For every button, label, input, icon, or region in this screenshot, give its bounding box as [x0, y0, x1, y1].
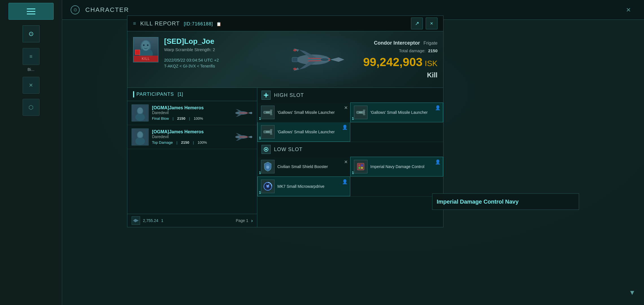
- sidebar-item-bio[interactable]: ≡: [23, 48, 40, 65]
- svg-point-18: [138, 132, 143, 138]
- kill-badge-label: Kill: [142, 57, 150, 61]
- participant-avatar-2: [132, 128, 149, 145]
- participant-ship-svg-1: [231, 106, 252, 120]
- high-slot-title: High Slot: [274, 92, 304, 98]
- hamburger-icon: [27, 8, 35, 14]
- svg-rect-29: [363, 110, 365, 111]
- low-slot-header: Low Slot: [257, 142, 443, 157]
- sidebar-label-bio: Bi...: [27, 67, 34, 72]
- high-slot-items: 1 'Gall: [257, 103, 443, 142]
- missile-launcher-svg-1: [262, 107, 273, 118]
- kill-report-header: ≡ KILL REPORT [ID:7166188] 📋 ↗ ×: [127, 16, 443, 31]
- slot-item-high-3: 1 'Gall: [257, 122, 350, 142]
- participants-header: Participants [1]: [127, 88, 257, 101]
- slot-item-icon-high-3: [261, 125, 275, 139]
- svg-point-27: [264, 112, 266, 113]
- sidebar-menu-button[interactable]: [8, 3, 54, 20]
- slot-item-name-low-2: Imperial Navy Damage Control: [370, 164, 440, 169]
- filter-icon[interactable]: ▼: [629, 289, 636, 297]
- sidebar: ⊙ ≡ Bi... ✕ ⬡: [0, 0, 62, 305]
- kill-report-menu-icon[interactable]: ≡: [133, 21, 136, 27]
- sidebar-icon-medals: ⬡: [29, 104, 33, 111]
- kill-warp-info: Warp Scramble Strength: 2: [164, 47, 219, 52]
- slot-item-name-high-3: 'Gallows' Small Missile Launcher: [277, 129, 347, 134]
- slot-num-low-2: 1: [352, 171, 354, 175]
- svg-point-17: [135, 138, 145, 145]
- kill-location: T-AKQZ < GI-3VX < Tenerifis: [164, 64, 219, 68]
- main-window: ⊙ CHARACTER × ≡ KILL REPORT [ID:7166188]…: [62, 0, 644, 305]
- slot-item-person-high-3[interactable]: 👤: [342, 125, 348, 130]
- high-slot-header: High Slot: [257, 88, 443, 103]
- participant-ship-2: [230, 129, 253, 145]
- kill-report-id-icon: 📋: [216, 22, 221, 26]
- participant-pct-1: 100%: [194, 116, 203, 121]
- missile-launcher-svg-3: [262, 126, 273, 138]
- high-slot-icon: [262, 91, 271, 100]
- main-window-close-button[interactable]: ×: [621, 3, 636, 17]
- participants-count: [1]: [178, 91, 183, 97]
- slot-item-person-high-2[interactable]: 👤: [435, 105, 441, 110]
- kill-badge-red: [135, 50, 140, 55]
- kill-datetime: 2022/05/22 03:04:54 UTC +2: [164, 58, 219, 62]
- participant-label-1: Final Blow: [152, 116, 169, 121]
- slot-item-person-low-2[interactable]: 👤: [435, 159, 441, 165]
- svg-point-39: [265, 149, 267, 150]
- avatar-kill-badge: Kill: [134, 56, 158, 62]
- svg-point-32: [357, 112, 359, 113]
- kill-report-id: [ID:7166188]: [184, 21, 213, 26]
- kill-report-export-button[interactable]: ↗: [411, 18, 423, 29]
- slot-num-low-3: 1: [259, 191, 261, 195]
- participant-info-1: [OGMA]James Hemeros Daredevil Final Blow…: [152, 105, 227, 121]
- participants-title: Participants: [136, 91, 174, 97]
- participant-pct-2: 100%: [197, 140, 207, 145]
- item-detail-name: Imperial Damage Control Navy: [437, 198, 575, 205]
- participant-info-2: [OGMA]James Hemeros Daredevil Top Damage…: [152, 129, 227, 145]
- participant-item: [OGMA]James Hemeros Daredevil Final Blow…: [127, 101, 257, 125]
- participant-damage-1: 2150: [177, 116, 185, 121]
- participant-stats-2: Top Damage | 2150 | 100%: [152, 140, 227, 145]
- slot-item-name-low-3: MK7 Small Microwarpdrive: [277, 184, 347, 189]
- participant-corp-2: Daredevil: [152, 134, 227, 139]
- slot-item-close-low-1[interactable]: ✕: [344, 159, 348, 165]
- sidebar-icon-combat: ✕: [29, 82, 33, 88]
- svg-point-12: [135, 114, 145, 121]
- svg-rect-35: [270, 133, 272, 135]
- damage-control-svg: [355, 161, 366, 172]
- participant-name-2: [OGMA]James Hemeros: [152, 129, 227, 134]
- kill-report-actions: ↗ ×: [411, 18, 438, 29]
- high-slot-icon-svg: [263, 92, 269, 98]
- svg-point-40: [266, 166, 269, 169]
- participants-bar: [133, 91, 134, 97]
- svg-rect-45: [361, 167, 363, 169]
- low-slot-icon: [262, 145, 271, 154]
- svg-rect-30: [363, 114, 365, 115]
- svg-point-37: [264, 131, 266, 133]
- slot-item-close-high-1[interactable]: ✕: [344, 105, 348, 110]
- slot-item-person-low-3[interactable]: 👤: [342, 179, 348, 184]
- participants-bottom-bar: 2,755.24 1 Page 1 ›: [127, 214, 257, 227]
- svg-rect-34: [270, 129, 272, 130]
- svg-point-2: [142, 41, 150, 51]
- missile-launcher-svg-2: [355, 107, 366, 118]
- sidebar-icon-bio: ≡: [29, 54, 32, 60]
- character-avatar: Kill: [133, 37, 158, 62]
- participant-avatar-svg-2: [132, 129, 148, 145]
- participant-ship-svg-2: [231, 130, 252, 144]
- kill-report-content: Kill [SED]Lop_Joe Warp Scramble Strength…: [127, 31, 443, 227]
- sidebar-nav: ≡ Bi... ✕ ⬡: [0, 48, 62, 116]
- page-label: Page 1: [236, 218, 248, 223]
- bottom-bar-value: 2,755.24: [143, 218, 158, 223]
- slot-num-low-1: 1: [259, 171, 261, 175]
- kill-banner-left: Kill [SED]Lop_Joe Warp Scramble Strength…: [127, 31, 443, 88]
- sidebar-item-combat[interactable]: ✕: [23, 77, 40, 94]
- participant-avatar-1: [132, 104, 149, 121]
- low-slot-icon-svg: [263, 147, 269, 152]
- slot-item-icon-low-3: [261, 180, 275, 193]
- slot-item-icon-low-1: [261, 160, 275, 173]
- kill-report-close-button[interactable]: ×: [426, 18, 438, 29]
- low-slot-section: Low Slot 1: [257, 142, 443, 197]
- kill-player-name: [SED]Lop_Joe: [164, 37, 219, 46]
- slot-item-icon-high-2: [354, 106, 367, 119]
- sidebar-item-medals[interactable]: ⬡: [23, 99, 40, 116]
- page-next-button[interactable]: ›: [251, 218, 253, 224]
